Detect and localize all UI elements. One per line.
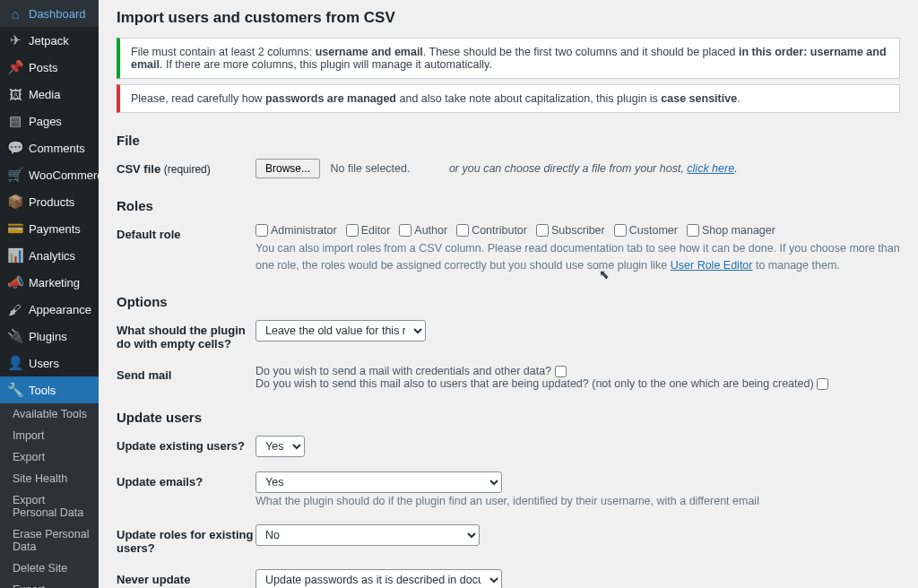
section-roles: Roles: [117, 198, 900, 213]
click-here-link[interactable]: click here: [687, 162, 734, 175]
menu-icon: 📊: [7, 247, 23, 264]
update-emails-label: Update emails?: [117, 471, 255, 510]
role-check-editor[interactable]: Editor: [346, 224, 391, 237]
menu-icon: 🔧: [7, 382, 23, 398]
never-update-pw-label: Never update passwords?: [117, 569, 255, 588]
sidebar-item-dashboard[interactable]: ⌂Dashboard: [0, 0, 99, 27]
menu-icon: 📣: [7, 274, 23, 290]
role-check-customer[interactable]: Customer: [614, 224, 678, 237]
empty-cells-select[interactable]: Leave the old value for this metadata: [255, 320, 426, 342]
menu-icon: 📦: [7, 194, 23, 210]
sidebar-item-users[interactable]: 👤Users: [0, 350, 99, 376]
submenu-item[interactable]: Available Tools: [0, 403, 99, 425]
update-existing-label: Update existing users?: [117, 436, 255, 457]
section-update-users: Update users: [117, 410, 900, 425]
update-existing-select[interactable]: Yes: [255, 436, 305, 457]
menu-icon: 🖼: [7, 86, 23, 102]
csv-file-label: CSV file (required): [117, 159, 255, 178]
submenu-item[interactable]: Import: [0, 425, 99, 446]
mail-updated-checkbox[interactable]: [817, 378, 828, 390]
submenu-item[interactable]: Export: [0, 446, 99, 468]
section-options: Options: [117, 294, 900, 309]
role-check-contributor[interactable]: Contributor: [456, 224, 527, 237]
role-checkbox[interactable]: [456, 224, 469, 237]
sidebar-item-jetpack[interactable]: ✈Jetpack: [0, 27, 99, 54]
sidebar-item-pages[interactable]: ▤Pages: [0, 108, 99, 134]
menu-icon: ✈: [7, 32, 23, 48]
no-file-text: No file selected.: [331, 162, 411, 175]
menu-icon: 🔌: [7, 328, 23, 344]
submenu-item[interactable]: Erase Personal Data: [0, 523, 99, 558]
role-check-shop-manager[interactable]: Shop manager: [687, 224, 775, 237]
menu-icon: 🖌: [7, 301, 23, 317]
role-checkbox[interactable]: [614, 224, 627, 237]
notice-file-columns: File must contain at least 2 columns: us…: [117, 38, 900, 79]
sidebar-item-marketing[interactable]: 📣Marketing: [0, 269, 99, 296]
sidebar-item-products[interactable]: 📦Products: [0, 188, 99, 215]
sidebar-item-plugins[interactable]: 🔌Plugins: [0, 323, 99, 350]
sidebar-item-woocommerce[interactable]: 🛒WooCommerce: [0, 161, 99, 188]
mail-q1-text: Do you wish to send a mail with credenti…: [255, 365, 551, 377]
update-roles-label: Update roles for existing users?: [117, 524, 255, 555]
menu-icon: ⌂: [7, 5, 23, 22]
roles-description: You can also import roles from a CSV col…: [255, 240, 900, 274]
main-content: Import users and customers from CSV File…: [99, 0, 918, 588]
menu-icon: ▤: [7, 113, 23, 129]
submenu-item[interactable]: Site Health: [0, 468, 99, 489]
notice-passwords: Please, read carefully how passwords are…: [117, 84, 900, 113]
role-check-administrator[interactable]: Administrator: [255, 224, 337, 237]
submenu-item[interactable]: Export Personal Data: [0, 489, 99, 523]
sidebar-item-posts[interactable]: 📌Posts: [0, 54, 99, 81]
page-title: Import users and customers from CSV: [117, 9, 900, 27]
role-check-author[interactable]: Author: [399, 224, 447, 237]
mail-q2-text: Do you wish to send this mail also to us…: [255, 377, 814, 390]
mail-credentials-checkbox[interactable]: [555, 366, 567, 377]
role-check-subscriber[interactable]: Subscriber: [536, 224, 605, 237]
role-checkbox[interactable]: [399, 224, 411, 237]
role-checkbox[interactable]: [255, 224, 268, 237]
submenu-item[interactable]: Delete Site: [0, 558, 99, 579]
update-roles-select[interactable]: No: [255, 524, 480, 546]
section-file: File: [117, 133, 900, 148]
role-checkbox[interactable]: [536, 224, 549, 237]
host-hint: or you can choose directly a file from y…: [449, 162, 738, 175]
empty-cells-label: What should the plugin do with empty cel…: [117, 320, 255, 350]
default-role-label: Default role: [117, 224, 255, 274]
submenu-item[interactable]: Export Customer: [0, 579, 99, 588]
menu-icon: 📌: [7, 59, 23, 75]
admin-sidebar: ⌂Dashboard✈Jetpack📌Posts🖼Media▤Pages💬Com…: [0, 0, 99, 588]
role-checkbox[interactable]: [346, 224, 359, 237]
sidebar-item-tools[interactable]: 🔧Tools: [0, 376, 99, 403]
sidebar-item-payments[interactable]: 💳Payments: [0, 215, 99, 242]
browse-button[interactable]: Browse...: [255, 159, 320, 178]
update-emails-select[interactable]: Yes: [255, 471, 502, 493]
update-emails-desc: What the plugin should do if the plugin …: [255, 493, 900, 510]
menu-icon: 💳: [7, 220, 23, 237]
sidebar-item-media[interactable]: 🖼Media: [0, 81, 99, 108]
never-update-pw-select[interactable]: Update passwords as it is described in d…: [255, 569, 502, 588]
user-role-editor-link[interactable]: User Role Editor: [671, 259, 753, 272]
menu-icon: 👤: [7, 355, 23, 371]
sidebar-item-appearance[interactable]: 🖌Appearance: [0, 296, 99, 323]
sidebar-item-comments[interactable]: 💬Comments: [0, 134, 99, 161]
menu-icon: 🛒: [7, 167, 23, 183]
role-checkbox[interactable]: [687, 224, 699, 237]
send-mail-label: Send mail: [117, 365, 255, 390]
menu-icon: 💬: [7, 140, 23, 156]
sidebar-item-analytics[interactable]: 📊Analytics: [0, 242, 99, 269]
